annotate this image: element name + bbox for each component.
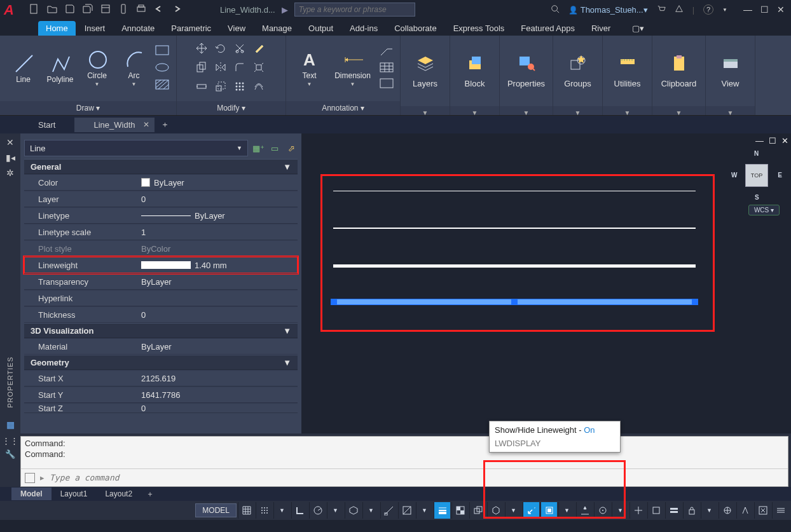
help-dropdown-icon[interactable]: ▼ [722,7,727,13]
viewcube[interactable]: N S E W TOP [734,153,780,198]
copy-icon[interactable] [195,60,209,74]
command-history[interactable]: Command: Command: [21,437,788,468]
viewcube-s[interactable]: S [755,194,759,201]
3d-osnap-icon[interactable] [487,502,504,519]
redo-icon[interactable] [172,4,182,16]
save-icon[interactable] [65,4,75,16]
annotation-monitor-icon[interactable] [629,502,646,519]
app-icon[interactable] [675,4,684,15]
quick-properties-icon[interactable] [665,502,682,519]
new-icon[interactable] [29,4,39,16]
array-icon[interactable] [233,79,247,93]
status-model-button[interactable]: MODEL [195,503,237,517]
tab-line-width[interactable]: Line_Width✕ [74,118,154,132]
table-icon[interactable] [380,62,394,74]
cmd-dots-icon[interactable]: ⋮⋮ [2,436,18,446]
quick-select-icon[interactable]: ▦⁺ [252,142,265,154]
tab-close-icon[interactable]: ✕ [143,120,149,129]
prop-ltscale-value[interactable]: 1 [139,228,298,237]
selection-filtering-icon[interactable] [540,502,557,519]
prop-transparency-value[interactable]: ByLayer [139,277,298,287]
panel-clipboard[interactable]: Clipboard ▼ [652,36,706,115]
selection-cycling-icon[interactable] [469,502,486,519]
prop-layer-value[interactable]: 0 [139,194,298,204]
prop-color-value[interactable]: ByLayer [139,178,298,188]
stretch-icon[interactable] [195,79,209,93]
prop-linetype-value[interactable]: ByLayer [139,211,298,221]
circle-button[interactable]: Circle▼ [81,50,114,87]
tab-insert[interactable]: Insert [77,21,113,36]
transparency-toggle-icon[interactable] [451,502,468,519]
dimension-button[interactable]: Dimension▼ [330,50,376,87]
chevron-right-icon[interactable]: ▶ [282,5,288,15]
panel-view[interactable]: View ▼ [706,36,755,115]
drawn-line-1[interactable] [333,191,696,191]
tab-overflow-icon[interactable]: ▢▾ [624,21,640,36]
customization-icon[interactable] [772,502,788,519]
tab-add-button[interactable]: ＋ [155,116,175,133]
layout-model[interactable]: Model [11,488,52,500]
isoplane-icon[interactable] [345,502,361,519]
plot-icon[interactable] [136,4,146,16]
viewcube-w[interactable]: W [731,172,737,179]
cart-icon[interactable] [657,4,666,15]
viewport-maximize-icon[interactable]: ☐ [769,136,776,146]
section-3dviz[interactable]: 3D Visualization▼ [24,323,298,338]
mirror-icon[interactable] [214,60,228,74]
panel-block[interactable]: Block ▼ [450,36,500,115]
viewcube-e[interactable]: E [778,172,782,179]
2d-osnap-icon[interactable] [398,502,415,519]
drawn-line-3[interactable] [333,264,696,268]
tab-parametric[interactable]: Parametric [163,21,219,36]
ellipse-icon[interactable] [155,62,170,75]
layout-1[interactable]: Layout1 [52,488,97,500]
rect-icon[interactable] [155,44,170,58]
fillet-icon[interactable] [233,60,247,74]
panel-groups[interactable]: Groups ▼ [553,36,603,115]
close-button[interactable]: ✕ [776,4,786,15]
line-button[interactable]: Line [7,53,40,84]
undo-icon[interactable] [154,4,164,16]
prop-lineweight-value[interactable]: 1.40 mm [139,261,298,270]
prop-starty-value[interactable]: 1641.7786 [139,390,298,400]
tab-start[interactable]: Start [19,118,74,132]
offset-icon[interactable] [252,79,266,93]
user-menu[interactable]: 👤 Thomas_Stueh...▾ [568,5,647,15]
minimize-button[interactable]: — [743,4,753,15]
layout-2[interactable]: Layout2 [96,488,141,500]
viewcube-n[interactable]: N [754,150,759,157]
tab-home[interactable]: Home [38,21,76,36]
panel-layers[interactable]: Layers ▼ [401,36,450,115]
tab-collaborate[interactable]: Collaborate [387,21,444,36]
clean-screen-icon[interactable] [754,502,771,519]
search-input[interactable] [294,3,415,17]
isolate-objects-icon[interactable] [719,502,735,519]
web-icon[interactable] [100,4,111,16]
units-icon[interactable] [647,502,664,519]
rotate-icon[interactable] [214,41,228,55]
tab-express[interactable]: Express Tools [446,21,512,36]
gear-icon[interactable]: ✲ [6,168,14,178]
tab-river[interactable]: River [584,21,618,36]
tab-annotate[interactable]: Annotate [114,21,162,36]
panel-draw-title[interactable]: Draw ▾ [0,101,176,115]
help-icon[interactable]: ? [703,4,713,15]
section-general[interactable]: General▼ [24,159,298,174]
panel-modify-title[interactable]: Modify ▾ [177,101,285,115]
section-geometry[interactable]: Geometry▼ [24,355,298,370]
prop-startx-value[interactable]: 2125.619 [139,374,298,383]
object-type-select[interactable]: Line▼ [24,140,248,156]
hatch-icon[interactable] [155,79,170,92]
hardware-acceleration-icon[interactable] [736,502,753,519]
arc-button[interactable]: Arc▼ [118,50,151,87]
scale-icon[interactable] [214,79,228,93]
panel-icon[interactable]: ▦ [6,419,15,430]
saveall-icon[interactable] [83,4,93,16]
prop-material-value[interactable]: ByLayer [139,342,298,351]
select-objects-icon[interactable]: ▭ [268,142,281,154]
polyline-button[interactable]: Polyline [44,53,77,84]
tab-output[interactable]: Output [301,21,341,36]
maximize-button[interactable]: ☐ [759,4,769,15]
osnap-tracking-icon[interactable] [380,502,397,519]
explode-icon[interactable] [252,60,266,74]
